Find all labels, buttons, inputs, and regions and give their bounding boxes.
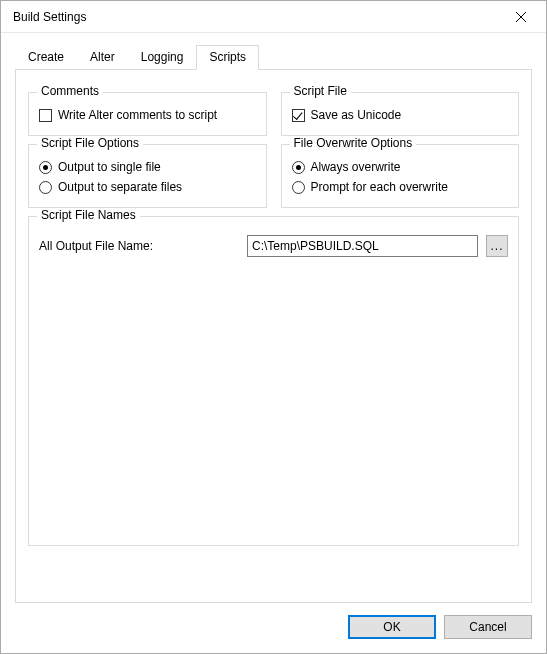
- group-comments-title: Comments: [37, 84, 103, 98]
- group-file-overwrite-options: File Overwrite Options Always overwrite …: [281, 144, 520, 208]
- radio-label: Prompt for each overwrite: [311, 177, 448, 197]
- group-script-file-names: Script File Names All Output File Name: …: [28, 216, 519, 546]
- checkbox-save-as-unicode[interactable]: Save as Unicode: [292, 105, 509, 125]
- group-script-file-title: Script File: [290, 84, 351, 98]
- radio-label: Output to single file: [58, 157, 161, 177]
- ok-button[interactable]: OK: [348, 615, 436, 639]
- tab-strip: Create Alter Logging Scripts: [15, 45, 532, 69]
- radio-icon: [292, 161, 305, 174]
- group-comments: Comments Write Alter comments to script: [28, 92, 267, 136]
- checkbox-label: Write Alter comments to script: [58, 105, 217, 125]
- radio-icon: [292, 181, 305, 194]
- checkbox-label: Save as Unicode: [311, 105, 402, 125]
- checkbox-icon: [39, 109, 52, 122]
- button-label: OK: [383, 620, 400, 634]
- browse-button[interactable]: ...: [486, 235, 508, 257]
- tab-create[interactable]: Create: [15, 45, 77, 69]
- radio-label: Always overwrite: [311, 157, 401, 177]
- titlebar: Build Settings: [1, 1, 546, 33]
- radio-icon: [39, 181, 52, 194]
- close-button[interactable]: [498, 2, 544, 32]
- radio-always-overwrite[interactable]: Always overwrite: [292, 157, 509, 177]
- checkbox-icon: [292, 109, 305, 122]
- window-title: Build Settings: [13, 10, 498, 24]
- group-script-file-names-title: Script File Names: [37, 208, 140, 222]
- dialog-buttons: OK Cancel: [15, 603, 532, 639]
- group-script-file-options: Script File Options Output to single fil…: [28, 144, 267, 208]
- tab-logging[interactable]: Logging: [128, 45, 197, 69]
- cancel-button[interactable]: Cancel: [444, 615, 532, 639]
- group-script-file-options-title: Script File Options: [37, 136, 143, 150]
- checkbox-write-alter-comments[interactable]: Write Alter comments to script: [39, 105, 256, 125]
- radio-prompt-each-overwrite[interactable]: Prompt for each overwrite: [292, 177, 509, 197]
- group-script-file: Script File Save as Unicode: [281, 92, 520, 136]
- radio-output-single-file[interactable]: Output to single file: [39, 157, 256, 177]
- all-output-file-input[interactable]: [247, 235, 478, 257]
- radio-icon: [39, 161, 52, 174]
- tab-alter[interactable]: Alter: [77, 45, 128, 69]
- tab-panel-scripts: Comments Write Alter comments to script …: [15, 69, 532, 603]
- tab-scripts[interactable]: Scripts: [196, 45, 259, 70]
- group-file-overwrite-title: File Overwrite Options: [290, 136, 417, 150]
- radio-output-separate-files[interactable]: Output to separate files: [39, 177, 256, 197]
- ellipsis-icon: ...: [490, 239, 503, 253]
- build-settings-dialog: Build Settings Create Alter Logging Scri…: [0, 0, 547, 654]
- close-icon: [516, 12, 526, 22]
- button-label: Cancel: [469, 620, 506, 634]
- all-output-file-label: All Output File Name:: [39, 239, 239, 253]
- radio-label: Output to separate files: [58, 177, 182, 197]
- client-area: Create Alter Logging Scripts Comments Wr…: [1, 33, 546, 653]
